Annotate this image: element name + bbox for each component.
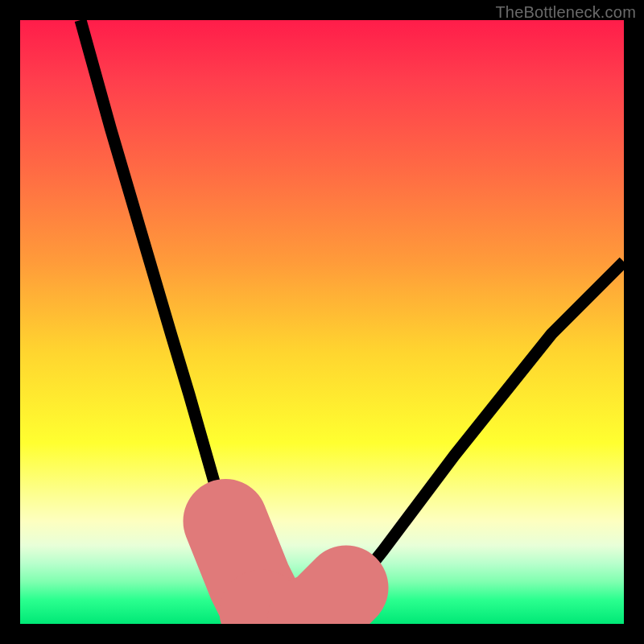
chart-svg <box>20 20 624 624</box>
plot-area <box>20 20 624 624</box>
chart-container: TheBottleneck.com <box>0 0 644 644</box>
accent-right <box>310 588 346 618</box>
watermark-text: TheBottleneck.com <box>495 3 636 22</box>
